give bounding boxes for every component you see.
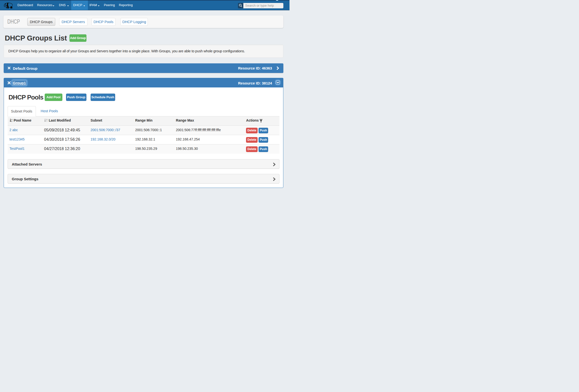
- svg-text:A: A: [11, 119, 12, 120]
- svg-text:Z: Z: [11, 120, 12, 122]
